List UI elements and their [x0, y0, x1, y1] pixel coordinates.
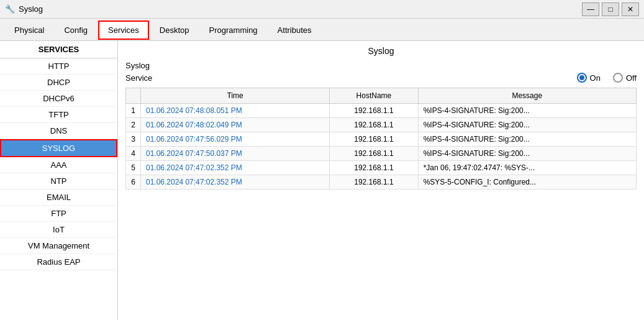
row-num: 5 [126, 161, 141, 175]
sidebar-item-http[interactable]: HTTP [0, 58, 117, 75]
service-label: Service [125, 73, 152, 83]
radio-off-option[interactable]: Off [613, 73, 637, 83]
tab-programming[interactable]: Programming [200, 21, 267, 39]
radio-off-label: Off [626, 73, 637, 83]
table-row[interactable]: 301.06.2024 07:47:56.029 PM192.168.1.1%I… [126, 132, 637, 147]
table-row[interactable]: 201.06.2024 07:48:02.049 PM192.168.1.1%I… [126, 118, 637, 132]
row-num: 2 [126, 118, 141, 132]
row-time: 01.06.2024 07:48:02.049 PM [141, 118, 330, 132]
sidebar-item-radius-eap[interactable]: Radius EAP [0, 254, 117, 270]
sidebar-item-ftp[interactable]: FTP [0, 206, 117, 222]
tab-bar: PhysicalConfigServicesDesktopProgramming… [0, 19, 644, 41]
table-row[interactable]: 101.06.2024 07:48:08.051 PM192.168.1.1%I… [126, 104, 637, 118]
content-title: Syslog [125, 46, 637, 56]
row-hostname: 192.168.1.1 [330, 132, 418, 147]
sidebar: SERVICES HTTPDHCPDHCPv6TFTPDNSSYSLOGAAAN… [0, 41, 118, 320]
row-message: *Jan 06, 19:47:02.4747: %SYS-... [418, 161, 636, 175]
table-row[interactable]: 601.06.2024 07:47:02.352 PM192.168.1.1%S… [126, 175, 637, 190]
row-num: 3 [126, 132, 141, 147]
tab-attributes[interactable]: Attributes [268, 21, 321, 39]
sidebar-scroll: HTTPDHCPDHCPv6TFTPDNSSYSLOGAAANTPEMAILFT… [0, 58, 117, 320]
row-time: 01.06.2024 07:47:02.352 PM [141, 175, 330, 190]
tab-desktop[interactable]: Desktop [150, 21, 199, 39]
service-row: Service On Off [125, 73, 637, 83]
row-time: 01.06.2024 07:48:08.051 PM [141, 104, 330, 118]
row-num: 4 [126, 147, 141, 161]
sidebar-item-email[interactable]: EMAIL [0, 190, 117, 206]
title-bar-text: Syslog [19, 4, 43, 14]
maximize-button[interactable]: □ [602, 2, 619, 16]
app-icon: 🔧 [5, 4, 15, 14]
sidebar-item-ntp[interactable]: NTP [0, 173, 117, 190]
sidebar-item-iot[interactable]: IoT [0, 222, 117, 238]
row-hostname: 192.168.1.1 [330, 118, 418, 132]
sidebar-item-aaa[interactable]: AAA [0, 157, 117, 173]
title-bar-controls: — □ ✕ [582, 2, 639, 16]
row-num: 1 [126, 104, 141, 118]
tab-config[interactable]: Config [55, 21, 97, 39]
table-body: 101.06.2024 07:48:08.051 PM192.168.1.1%I… [126, 104, 637, 190]
sidebar-item-dhcp[interactable]: DHCP [0, 75, 117, 91]
radio-on-circle [577, 73, 587, 83]
row-message: %IPS-4-SIGNATURE: Sig:200... [418, 104, 636, 118]
close-button[interactable]: ✕ [622, 2, 639, 16]
row-message: %IPS-4-SIGNATURE: Sig:200... [418, 118, 636, 132]
row-time: 01.06.2024 07:47:50.037 PM [141, 147, 330, 161]
col-hostname: HostName [330, 88, 418, 104]
row-hostname: 192.168.1.1 [330, 175, 418, 190]
col-time: Time [141, 88, 330, 104]
title-bar-left: 🔧 Syslog [5, 4, 43, 14]
row-time: 01.06.2024 07:47:02.352 PM [141, 161, 330, 175]
col-num [126, 88, 141, 104]
sidebar-item-dns[interactable]: DNS [0, 123, 117, 139]
log-table: Time HostName Message 101.06.2024 07:48:… [125, 88, 637, 190]
title-bar: 🔧 Syslog — □ ✕ [0, 0, 644, 19]
row-time: 01.06.2024 07:47:56.029 PM [141, 132, 330, 147]
table-row[interactable]: 501.06.2024 07:47:02.352 PM192.168.1.1*J… [126, 161, 637, 175]
sidebar-item-syslog[interactable]: SYSLOG [0, 139, 117, 157]
sidebar-item-dhcpv6[interactable]: DHCPv6 [0, 91, 117, 107]
main-container: SERVICES HTTPDHCPDHCPv6TFTPDNSSYSLOGAAAN… [0, 41, 644, 320]
sidebar-header: SERVICES [0, 41, 117, 58]
content-area: Syslog Syslog Service On Off Time H [118, 41, 644, 320]
radio-on-option[interactable]: On [577, 73, 601, 83]
sidebar-item-vm-management[interactable]: VM Management [0, 238, 117, 254]
row-message: %IPS-4-SIGNATURE: Sig:200... [418, 147, 636, 161]
row-hostname: 192.168.1.1 [330, 161, 418, 175]
row-message: %SYS-5-CONFIG_I: Configured... [418, 175, 636, 190]
table-row[interactable]: 401.06.2024 07:47:50.037 PM192.168.1.1%I… [126, 147, 637, 161]
col-message: Message [418, 88, 636, 104]
radio-off-circle [613, 73, 623, 83]
radio-on-label: On [590, 73, 601, 83]
row-hostname: 192.168.1.1 [330, 147, 418, 161]
radio-group: On Off [577, 73, 637, 83]
row-num: 6 [126, 175, 141, 190]
table-header-row: Time HostName Message [126, 88, 637, 104]
sidebar-item-tftp[interactable]: TFTP [0, 107, 117, 123]
row-message: %IPS-4-SIGNATURE: Sig:200... [418, 132, 636, 147]
tab-services[interactable]: Services [98, 21, 149, 40]
minimize-button[interactable]: — [582, 2, 599, 16]
section-label: Syslog [125, 61, 637, 70]
row-hostname: 192.168.1.1 [330, 104, 418, 118]
tab-physical[interactable]: Physical [5, 21, 53, 39]
